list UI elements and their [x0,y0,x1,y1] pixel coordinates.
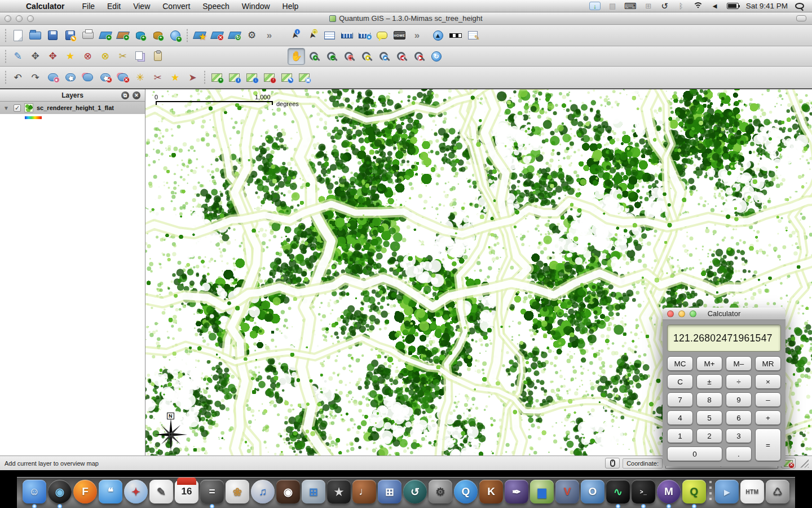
calc-key-k2[interactable]: 2 [696,428,722,443]
dock-item-imovie[interactable]: ★ [327,480,351,503]
calc-key-mp[interactable]: M+ [696,356,722,371]
zoom-home-icon[interactable]: HOME [391,27,408,44]
annotation-tool-icon[interactable] [464,27,482,44]
scale-bar-tool-icon[interactable] [447,27,464,44]
north-arrow-tool-icon[interactable]: ▲ [429,27,447,44]
zoom-full-icon[interactable]: ● [358,48,375,65]
menu-item-edit[interactable]: Edit [101,2,127,11]
menu-item-view[interactable]: View [127,2,156,11]
calc-key-mr[interactable]: MR [755,356,781,371]
move-vertex-icon[interactable]: ✥ [44,48,61,65]
calc-key-k1[interactable]: 1 [667,428,693,443]
add-part-icon[interactable] [79,69,96,86]
calc-key-k5[interactable]: 5 [696,410,722,425]
dock-item-pages[interactable]: ✒ [505,480,528,503]
dock-item-remote-desktop[interactable]: ⊞ [302,480,325,503]
keyboard-status-icon[interactable]: ⌨ [624,1,637,11]
dock-item-downloads-folder[interactable]: ▸ [715,480,739,503]
copy-features-icon[interactable] [131,48,149,65]
calc-key-k3[interactable]: 3 [726,428,752,443]
zoom-to-selection-icon[interactable]: ▢ [340,48,358,65]
zoom-to-layer-icon[interactable]: ▰ [375,48,392,65]
calc-key-mm[interactable]: M– [726,356,752,371]
dock-item-htm-document[interactable]: HTM [740,480,764,503]
dock-item-calculator[interactable]: = [200,480,224,503]
dock-item-safari[interactable]: ✦ [124,480,148,503]
panel-close-icon[interactable]: ✕ [133,91,140,99]
move-feature-icon[interactable]: ✥ [27,48,44,65]
volume-status-icon[interactable]: ◀ [710,3,720,9]
dock-item-firefox[interactable]: F [73,480,97,503]
layer-visibility-checkbox[interactable]: ✓ [14,104,21,112]
calc-key-pl[interactable]: + [755,410,781,425]
overview-layer-info-icon[interactable]: i [226,69,243,86]
menu-clock[interactable]: Sat 9:41 PM [746,2,788,10]
mouse-position-toggle-icon[interactable] [605,458,620,468]
layer-row[interactable]: ▼ ✓ sc_renderer_height_1_flat [0,102,145,114]
dock-item-quicktime[interactable]: Q [454,480,478,503]
panel-float-icon[interactable]: ⧉ [121,91,129,99]
new-project-icon[interactable] [9,27,27,44]
calc-key-eq[interactable]: = [755,428,781,461]
rows-status-icon[interactable]: ▤ [608,2,617,10]
toolbar-overflow-icon[interactable]: » [261,27,278,44]
dock-item-activity-monitor[interactable]: ∿ [606,480,630,503]
calc-key-ml[interactable]: × [755,374,781,389]
dock-item-time-machine[interactable]: ↺ [403,480,427,503]
calc-key-c[interactable]: C [667,374,693,389]
cut-features-icon[interactable]: ✂ [114,48,131,65]
zoom-in-icon[interactable]: + [305,48,323,65]
dock-item-iphoto[interactable]: ❀ [226,480,249,503]
toolbar-overflow-2-icon[interactable]: » [408,27,426,44]
split-features-icon[interactable]: ✂ [149,69,166,86]
dock-item-terminal[interactable]: >_ [632,480,655,503]
menu-item-window[interactable]: Window [236,2,276,11]
map-tips-icon[interactable] [373,27,391,44]
zoom-last-icon[interactable]: ◀ [392,48,410,65]
dock-item-mega[interactable]: M [657,480,681,503]
dock-item-system-preferences[interactable]: ⚙ [429,480,452,503]
calculator-title-bar[interactable]: Calculator [663,308,785,320]
calc-key-k4[interactable]: 4 [667,410,693,425]
identify-features-icon[interactable]: ➤i [286,27,303,44]
merge-features-icon[interactable]: ★ [166,69,184,86]
refresh-map-icon[interactable]: ↻ [427,48,445,65]
add-postgis-layer-icon[interactable]: + [131,27,149,44]
calc-key-mc[interactable]: MC [667,356,693,371]
map-save-icon[interactable]: ▣ [295,69,313,86]
spotlight-icon[interactable] [795,3,804,9]
add-wms-layer-icon[interactable]: + [166,27,184,44]
map-options-icon[interactable]: ⚙ [243,27,261,44]
bluetooth-status-icon[interactable]: ᛒ [677,2,686,10]
open-project-icon[interactable] [27,27,44,44]
calc-key-k6[interactable]: 6 [726,410,752,425]
dock-item-garageband[interactable]: ♩ [352,480,376,503]
menu-item-file[interactable]: File [76,2,101,11]
add-raster-layer-icon[interactable]: + [114,27,131,44]
calc-key-pm[interactable]: ± [696,374,722,389]
dock-item-ichat[interactable]: ❝ [99,480,122,503]
calc-key-dot[interactable]: . [726,446,752,461]
menu-app-name[interactable]: Calculator [20,2,70,11]
layer-disclosure-icon[interactable]: ▼ [2,105,10,111]
menu-item-convert[interactable]: Convert [156,2,196,11]
calc-key-k0[interactable]: 0 [667,446,722,461]
dock-item-trash[interactable]: ♺ [766,480,789,503]
calc-key-k9[interactable]: 9 [726,392,752,407]
wifi-status-icon[interactable] [693,2,703,10]
new-bookmark-icon[interactable]: ★ [191,27,208,44]
menu-item-help[interactable]: Help [276,2,305,11]
delete-selected-icon[interactable]: ⊗ [79,48,96,65]
toggle-editing-icon[interactable]: ✎ [9,48,27,65]
calc-key-dv[interactable]: ÷ [726,374,752,389]
dock-item-itunes[interactable]: ♫ [251,480,275,503]
dock-item-vmware-fusion[interactable]: V [555,480,579,503]
zoom-out-icon[interactable]: – [323,48,340,65]
calc-key-mn[interactable]: – [755,392,781,407]
pan-map-icon[interactable]: ✋ [288,48,305,65]
layer-down-icon[interactable]: ↓ [243,69,261,86]
node-tool-icon[interactable]: ➤ [184,69,201,86]
map-edit-icon[interactable]: ✎ [278,69,295,86]
capture-feature-icon[interactable]: ★ [61,48,79,65]
calc-key-k8[interactable]: 8 [696,392,722,407]
